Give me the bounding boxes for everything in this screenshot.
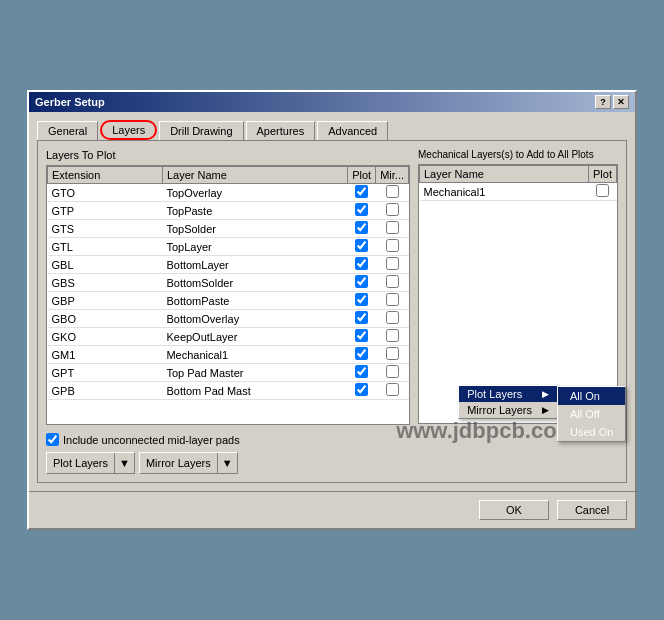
mir-checkbox[interactable] <box>386 185 399 198</box>
cell-plot <box>348 274 376 292</box>
col-layer-name: Layer Name <box>162 167 347 184</box>
cell-name: TopLayer <box>162 238 347 256</box>
cell-name: TopOverlay <box>162 184 347 202</box>
plot-checkbox[interactable] <box>355 257 368 270</box>
cell-mir <box>376 310 409 328</box>
close-button[interactable]: ✕ <box>613 95 629 109</box>
cell-ext: GBP <box>48 292 163 310</box>
tab-bar: General Layers Drill Drawing Apertures A… <box>37 120 627 140</box>
cell-name: BottomPaste <box>162 292 347 310</box>
left-panel: Layers To Plot Extension Layer Name Plot… <box>46 149 410 425</box>
mirror-layers-arrow: ▶ <box>542 405 549 415</box>
table-row: GTS TopSolder <box>48 220 409 238</box>
tab-layers[interactable]: Layers <box>100 120 157 140</box>
plot-checkbox[interactable] <box>355 239 368 252</box>
table-row: GPT Top Pad Master <box>48 364 409 382</box>
context-menu-wrapper: Plot Layers ▶ All On All Off Used On Mir… <box>458 385 558 419</box>
cell-name: BottomLayer <box>162 256 347 274</box>
mir-checkbox[interactable] <box>386 239 399 252</box>
cell-mir <box>376 238 409 256</box>
plot-checkbox[interactable] <box>355 221 368 234</box>
plot-checkbox[interactable] <box>355 365 368 378</box>
plot-layers-arrow: ▶ <box>542 389 549 399</box>
mid-layer-checkbox[interactable] <box>46 433 59 446</box>
layers-to-plot-table[interactable]: Extension Layer Name Plot Mir... GTO Top… <box>46 165 410 425</box>
right-panel: Mechanical Layers(s) to Add to All Plots… <box>418 149 618 425</box>
plot-layers-btn-label: Plot Layers <box>47 455 114 471</box>
cell-ext: GTL <box>48 238 163 256</box>
mir-checkbox[interactable] <box>386 275 399 288</box>
submenu-all-on[interactable]: All On <box>558 387 625 405</box>
cell-name: TopSolder <box>162 220 347 238</box>
cell-name: TopPaste <box>162 202 347 220</box>
plot-checkbox[interactable] <box>355 329 368 342</box>
table-row: GTO TopOverlay <box>48 184 409 202</box>
cell-mir <box>376 382 409 400</box>
cell-mir <box>376 346 409 364</box>
mirror-layers-dropdown[interactable]: Mirror Layers ▼ <box>139 452 238 474</box>
mir-checkbox[interactable] <box>386 365 399 378</box>
cell-name: KeepOutLayer <box>162 328 347 346</box>
mir-checkbox[interactable] <box>386 221 399 234</box>
mid-layer-label: Include unconnected mid-layer pads <box>63 434 240 446</box>
col-mech-plot: Plot <box>589 166 617 183</box>
plot-checkbox[interactable] <box>355 185 368 198</box>
context-menu-plot-layers[interactable]: Plot Layers ▶ All On All Off Used On <box>459 386 557 402</box>
plot-checkbox[interactable] <box>355 347 368 360</box>
cell-mech-name: Mechanical1 <box>420 183 589 201</box>
help-button[interactable]: ? <box>595 95 611 109</box>
mir-checkbox[interactable] <box>386 311 399 324</box>
table-row: GBS BottomSolder <box>48 274 409 292</box>
tab-general[interactable]: General <box>37 121 98 140</box>
plot-layers-btn-arrow[interactable]: ▼ <box>114 453 134 473</box>
cell-mir <box>376 184 409 202</box>
mech-plot-checkbox[interactable] <box>596 184 609 197</box>
cancel-button[interactable]: Cancel <box>557 500 627 520</box>
bottom-section: Plot Layers ▶ All On All Off Used On Mir… <box>46 433 618 474</box>
mir-checkbox[interactable] <box>386 293 399 306</box>
mir-checkbox[interactable] <box>386 383 399 396</box>
submenu-all-off[interactable]: All Off <box>558 405 625 423</box>
cell-ext: GM1 <box>48 346 163 364</box>
plot-checkbox[interactable] <box>355 311 368 324</box>
cell-ext: GTS <box>48 220 163 238</box>
table-row: Mechanical1 <box>420 183 617 201</box>
dialog-body: General Layers Drill Drawing Apertures A… <box>29 112 635 491</box>
cell-plot <box>348 202 376 220</box>
plot-checkbox[interactable] <box>355 203 368 216</box>
mir-checkbox[interactable] <box>386 257 399 270</box>
tab-apertures[interactable]: Apertures <box>246 121 316 140</box>
cell-mir <box>376 364 409 382</box>
right-panel-title: Mechanical Layers(s) to Add to All Plots <box>418 149 618 160</box>
ok-button[interactable]: OK <box>479 500 549 520</box>
cell-ext: GPB <box>48 382 163 400</box>
context-menu-mirror-layers[interactable]: Mirror Layers ▶ <box>459 402 557 418</box>
cell-mir <box>376 202 409 220</box>
cell-plot <box>348 364 376 382</box>
tab-drill-drawing[interactable]: Drill Drawing <box>159 121 243 140</box>
col-mech-name: Layer Name <box>420 166 589 183</box>
cell-plot <box>348 382 376 400</box>
plot-checkbox[interactable] <box>355 383 368 396</box>
mirror-layers-btn-arrow[interactable]: ▼ <box>217 453 237 473</box>
cell-name: Bottom Pad Mast <box>162 382 347 400</box>
button-row: Plot Layers ▼ Mirror Layers ▼ <box>46 452 618 474</box>
tab-advanced[interactable]: Advanced <box>317 121 388 140</box>
plot-layers-dropdown[interactable]: Plot Layers ▼ <box>46 452 135 474</box>
gerber-setup-dialog: Gerber Setup ? ✕ General Layers Drill Dr… <box>27 90 637 530</box>
cell-ext: GBL <box>48 256 163 274</box>
cell-ext: GTO <box>48 184 163 202</box>
cell-plot <box>348 220 376 238</box>
col-plot: Plot <box>348 167 376 184</box>
cell-ext: GKO <box>48 328 163 346</box>
submenu-used-on[interactable]: Used On <box>558 423 625 441</box>
plot-checkbox[interactable] <box>355 275 368 288</box>
mir-checkbox[interactable] <box>386 347 399 360</box>
footer-buttons: OK Cancel <box>29 491 635 528</box>
title-bar: Gerber Setup ? ✕ <box>29 92 635 112</box>
tab-content: Layers To Plot Extension Layer Name Plot… <box>37 140 627 483</box>
plot-checkbox[interactable] <box>355 293 368 306</box>
mir-checkbox[interactable] <box>386 329 399 342</box>
mir-checkbox[interactable] <box>386 203 399 216</box>
cell-plot <box>348 292 376 310</box>
